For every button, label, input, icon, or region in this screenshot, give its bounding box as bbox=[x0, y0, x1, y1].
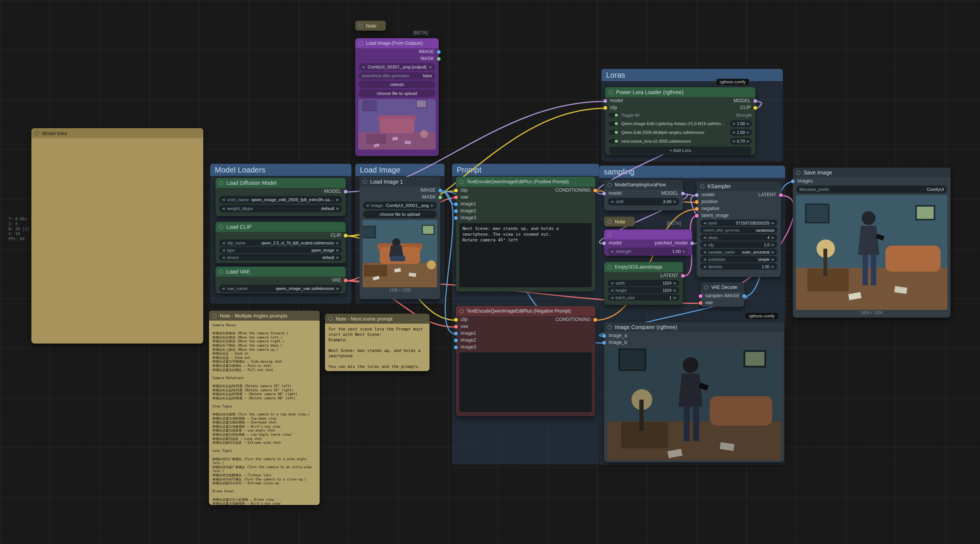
node-header[interactable]: Load CLIP bbox=[216, 222, 346, 232]
prompt-textarea[interactable] bbox=[459, 352, 592, 412]
input-pin-images[interactable] bbox=[791, 179, 795, 183]
arrow-left-icon[interactable]: ◀ bbox=[703, 250, 706, 254]
group-header[interactable]: Prompt bbox=[452, 164, 599, 176]
node-header[interactable]: Power Lora Loader (rgthree) bbox=[605, 87, 755, 97]
arrow-left-icon[interactable]: ◀ bbox=[222, 207, 225, 210]
arrow-right-icon[interactable]: ▶ bbox=[336, 248, 339, 252]
node-header[interactable]: Image Comparer (rgthree) bbox=[604, 322, 784, 332]
upload-button[interactable]: choose file to upload bbox=[363, 210, 437, 218]
arrow-left-icon[interactable]: ◀ bbox=[732, 130, 735, 134]
input-pin-positive[interactable] bbox=[695, 200, 699, 204]
node-header[interactable]: Load VAE bbox=[216, 267, 346, 277]
arrow-left-icon[interactable]: ◀ bbox=[703, 257, 706, 261]
workflow-canvas[interactable]: T: 0.00s I: 0 N: 28 [2] V: 58 FPS: 60 Mo… bbox=[0, 0, 980, 544]
lora-toggle[interactable] bbox=[609, 130, 619, 135]
note-header[interactable]: Note bbox=[604, 217, 635, 226]
node-load-clip[interactable]: Load CLIP CLIP ◀clip_nameqwen_2.5_vl_7b_… bbox=[216, 222, 346, 263]
arrow-left-icon[interactable]: ◀ bbox=[222, 287, 225, 290]
arrow-left-icon[interactable]: ◀ bbox=[222, 248, 225, 252]
node-header[interactable]: Load Diffusion Model bbox=[216, 178, 346, 188]
note-model-links[interactable]: Model links bbox=[31, 128, 203, 344]
arrow-right-icon[interactable]: ▶ bbox=[336, 256, 339, 259]
output-pin-mask[interactable] bbox=[437, 57, 441, 61]
collapse-dot-icon[interactable] bbox=[608, 220, 612, 224]
input-pin-model[interactable] bbox=[602, 192, 606, 195]
collapse-dot-icon[interactable] bbox=[796, 171, 800, 175]
output-pin-mask[interactable] bbox=[438, 195, 442, 199]
lora-row[interactable]: Qwen-Edit-2509-Multiple-angles.safetenso… bbox=[609, 128, 752, 136]
output-pin-latent[interactable] bbox=[779, 193, 783, 197]
arrow-right-icon[interactable]: ▶ bbox=[747, 122, 750, 125]
group-header[interactable]: Model Loaders bbox=[210, 164, 351, 176]
lora-name[interactable]: Qwen-Edit-2509-Multiple-angles.safetenso… bbox=[621, 130, 727, 135]
node-header[interactable]: ModelSamplingAuraFlow bbox=[604, 180, 683, 190]
input-pin-negative[interactable] bbox=[695, 207, 699, 211]
add-lora-button[interactable]: + Add Lora bbox=[609, 147, 752, 154]
arrow-left-icon[interactable]: ◀ bbox=[366, 204, 369, 207]
input-pin-image3[interactable] bbox=[454, 216, 458, 220]
node-vae-decode[interactable]: VAE Decode samplesIMAGE vae bbox=[701, 282, 744, 307]
lora-strength[interactable]: ◀0.70▶ bbox=[730, 138, 752, 145]
input-pin-image-a[interactable] bbox=[602, 334, 606, 338]
output-pin-clip[interactable] bbox=[753, 106, 757, 110]
arrow-left-icon[interactable]: ◀ bbox=[611, 249, 613, 253]
collapse-dot-icon[interactable] bbox=[700, 184, 704, 189]
shift-widget[interactable]: ◀shift3.00▶ bbox=[608, 198, 679, 205]
arrow-right-icon[interactable]: ▶ bbox=[336, 241, 339, 245]
type-widget[interactable]: ◀typeqwen_image▶ bbox=[219, 247, 342, 253]
lora-name[interactable]: Qwen-Image-Edit-Lightning-4steps-V1.0-bf… bbox=[621, 121, 727, 126]
note-top-collapsed[interactable]: Note bbox=[355, 21, 386, 31]
note-header[interactable]: Model links bbox=[31, 128, 203, 138]
lora-name[interactable]: next-scene_lora-v2-3000.safetensors bbox=[621, 139, 727, 143]
arrow-right-icon[interactable]: ▶ bbox=[772, 250, 774, 254]
node-image-comparer[interactable]: Image Comparer (rgthree) image_a image_b bbox=[604, 322, 784, 462]
collapse-dot-icon[interactable] bbox=[212, 314, 217, 318]
arrow-left-icon[interactable]: ◀ bbox=[732, 122, 735, 125]
collapse-dot-icon[interactable] bbox=[219, 225, 223, 229]
node-header[interactable]: Load Image (From Outputs) bbox=[355, 38, 439, 48]
output-pin-image[interactable] bbox=[742, 294, 746, 298]
arrow-right-icon[interactable]: ▶ bbox=[674, 288, 676, 292]
note-next-scene[interactable]: Note - Next scene prompt For the next sc… bbox=[325, 314, 430, 371]
collapse-dot-icon[interactable] bbox=[363, 180, 367, 184]
batch-size-widget[interactable]: ◀batch_size1▶ bbox=[608, 294, 679, 301]
arrow-right-icon[interactable]: ▶ bbox=[336, 198, 339, 202]
clip-name-widget[interactable]: ◀clip_nameqwen_2.5_vl_7b_fp8_scaled.safe… bbox=[219, 239, 342, 246]
input-pin-clip[interactable] bbox=[603, 106, 607, 110]
node-load-image-1[interactable]: Load Image 1 IMAGE MASK ◀imageComfyUI_00… bbox=[359, 177, 440, 299]
node-header[interactable]: KSampler bbox=[697, 181, 781, 191]
input-pin-image2[interactable] bbox=[454, 209, 458, 213]
lora-row[interactable]: Qwen-Image-Edit-Lightning-4steps-V1.0-bf… bbox=[609, 119, 752, 127]
device-widget[interactable]: ◀devicedefault▶ bbox=[219, 254, 342, 261]
lora-row[interactable]: next-scene_lora-v2-3000.safetensors ◀0.7… bbox=[609, 137, 752, 145]
arrow-right-icon[interactable]: ▶ bbox=[674, 281, 676, 285]
output-pin-clip[interactable] bbox=[344, 234, 348, 238]
node-model-sampling-auraflow[interactable]: ModelSamplingAuraFlow modelMODEL ◀shift3… bbox=[604, 180, 683, 210]
toggle-all-switch[interactable] bbox=[609, 113, 619, 117]
upload-button[interactable]: choose file to upload bbox=[359, 90, 435, 97]
node-header[interactable]: EmptySD3LatentImage bbox=[604, 262, 683, 272]
weight-dtype-widget[interactable]: ◀weight_dtypedefault▶ bbox=[219, 205, 342, 212]
note-header[interactable]: Note - Multiple Angles prompts bbox=[209, 311, 320, 321]
autorefresh-widget[interactable]: Autorefresh after generationfalse bbox=[359, 72, 435, 80]
input-pin-image-b[interactable] bbox=[602, 341, 606, 345]
prompt-textarea[interactable]: Next Scene: man stands up, and holds a s… bbox=[459, 223, 592, 287]
arrow-right-icon[interactable]: ▶ bbox=[336, 287, 339, 290]
note-header[interactable]: Note bbox=[355, 21, 386, 31]
collapse-dot-icon[interactable] bbox=[609, 90, 613, 94]
output-pin-image[interactable] bbox=[437, 50, 441, 54]
input-pin-latent-image[interactable] bbox=[695, 214, 699, 218]
lora-strength[interactable]: ◀1.00▶ bbox=[730, 129, 752, 136]
collapse-dot-icon[interactable] bbox=[459, 309, 464, 313]
arrow-left-icon[interactable]: ◀ bbox=[703, 243, 706, 247]
input-pin-image2[interactable] bbox=[454, 339, 458, 342]
note-text[interactable]: For the next scene lora the Prompt must … bbox=[328, 326, 426, 369]
output-pin-model[interactable] bbox=[344, 190, 348, 194]
arrow-right-icon[interactable]: ▶ bbox=[772, 265, 774, 269]
lora-strength[interactable]: ◀1.00▶ bbox=[730, 120, 752, 127]
node-header[interactable] bbox=[604, 230, 692, 239]
node-negative-prompt[interactable]: TextEncodeQwenImageEditPlus (Negative Pr… bbox=[456, 306, 595, 416]
node-header[interactable]: TextEncodeQwenImageEditPlus (Negative Pr… bbox=[456, 306, 595, 316]
input-pin-clip[interactable] bbox=[454, 318, 458, 322]
node-empty-sd3-latent[interactable]: EmptySD3LatentImage LATENT ◀width1024▶ ◀… bbox=[604, 262, 683, 305]
